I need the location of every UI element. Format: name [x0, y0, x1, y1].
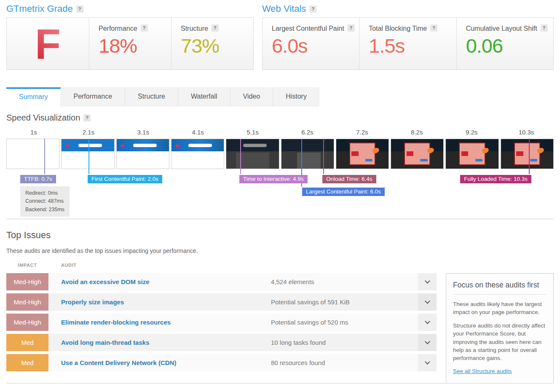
tick-label: 10.3s — [499, 129, 554, 138]
impact-badge: Med-High — [6, 273, 48, 290]
grade-card: F Performance? 18% Structure? 73% — [6, 17, 254, 70]
impact-badge: Med-High — [6, 293, 48, 311]
top-issues-subtitle: These audits are identified as the top i… — [6, 247, 554, 254]
impact-badge: Med — [6, 354, 48, 371]
speed-visualization-section: Speed Visualization? 1s 2.1s 3.1s 4.1s 5… — [6, 113, 554, 169]
focus-box-title: Focus on these audits first — [453, 281, 547, 295]
grade-section-title: GTmetrix Grade — [6, 3, 73, 14]
focus-box-paragraph: Structure audits do not directly affect … — [453, 322, 547, 362]
expand-row-button[interactable] — [418, 314, 437, 331]
lcp-marker-label: Largest Contentful Paint: 6.0s — [302, 188, 385, 196]
table-row[interactable]: Med-High Avoid an excessive DOM size 4,5… — [6, 273, 437, 290]
lcp-value: 6.0s — [272, 35, 359, 57]
section-divider — [6, 383, 554, 384]
help-icon[interactable]: ? — [309, 5, 316, 13]
audit-link[interactable]: Avoid an excessive DOM size — [61, 278, 271, 285]
tick-label: 9.2s — [444, 129, 499, 138]
tab-summary[interactable]: Summary — [6, 87, 61, 106]
expand-row-button[interactable] — [418, 293, 437, 311]
lcp-cell: Largest Contentful Paint? 6.0s — [263, 18, 359, 70]
onload-marker-label: Onload Time: 6.4s — [322, 175, 376, 183]
structure-score-cell: Structure? 73% — [171, 18, 253, 70]
onload-marker-line — [323, 139, 324, 174]
table-row[interactable]: Med Use a Content Delivery Network (CDN)… — [6, 354, 437, 371]
top-issues-table-area: IMPACT AUDIT Med-High Avoid an excessive… — [6, 263, 554, 384]
fully-loaded-marker-line — [529, 139, 530, 174]
audit-link[interactable]: Eliminate render-blocking resources — [61, 319, 271, 326]
help-icon[interactable]: ? — [212, 24, 219, 32]
ttfb-backend: Backend: 235ms — [25, 206, 64, 214]
ttfb-marker-label: TTFB: 0.7s — [20, 175, 56, 183]
table-row[interactable]: Med Avoid long main-thread tasks 10 long… — [6, 334, 437, 351]
web-vitals-card: Largest Contentful Paint? 6.0s Total Blo… — [262, 17, 554, 70]
chevron-down-icon — [425, 298, 430, 304]
impact-badge: Med — [6, 334, 48, 351]
help-icon[interactable]: ? — [430, 24, 437, 32]
tbt-label: Total Blocking Time — [369, 25, 427, 32]
report-tabs: Summary Performance Structure Waterfall … — [6, 87, 319, 106]
audit-value: 4,524 elements — [271, 278, 418, 285]
top-issues-section: Top Issues These audits are identified a… — [6, 230, 554, 384]
gtmetrix-report-page: GTmetrix Grade? F Performance? 18% Struc… — [0, 0, 560, 392]
chevron-down-icon — [425, 339, 430, 344]
web-vitals-panel: Web Vitals? Largest Contentful Paint? 6.… — [262, 3, 554, 70]
focus-box-paragraph: These audits likely have the largest imp… — [453, 300, 547, 316]
tab-video[interactable]: Video — [230, 87, 273, 106]
expand-row-button[interactable] — [418, 354, 437, 371]
see-all-structure-audits-link[interactable]: See all Structure audits — [453, 368, 512, 374]
speed-viz-title: Speed Visualization — [6, 113, 80, 122]
audit-value: Potential savings of 591 KiB — [271, 298, 418, 306]
help-icon[interactable]: ? — [541, 24, 548, 32]
timing-markers: TTFB: 0.7s First Contentful Paint: 2.0s … — [6, 139, 554, 212]
audit-link[interactable]: Avoid long main-thread tasks — [61, 339, 271, 346]
lcp-label: Largest Contentful Paint — [272, 25, 344, 32]
help-icon[interactable]: ? — [348, 24, 355, 32]
audit-link[interactable]: Properly size images — [61, 298, 271, 306]
performance-score-cell: Performance? 18% — [89, 18, 171, 70]
table-row[interactable]: Med-High Properly size images Potential … — [6, 293, 437, 311]
section-divider — [6, 218, 554, 220]
help-icon[interactable]: ? — [83, 114, 91, 121]
audit-value: Potential savings of 520 ms — [271, 319, 418, 326]
tab-structure[interactable]: Structure — [125, 87, 178, 106]
tab-waterfall[interactable]: Waterfall — [178, 87, 230, 106]
ttfb-connect: Connect: 487ms — [25, 197, 64, 205]
grade-letter: F — [35, 23, 61, 65]
top-issues-title: Top Issues — [6, 230, 554, 241]
filmstrip-ticks: 1s 2.1s 3.1s 4.1s 5.1s 6.2s 7.2s 8.2s 9.… — [6, 129, 554, 138]
table-row[interactable]: Med-High Eliminate render-blocking resou… — [6, 314, 437, 331]
impact-badge: Med-High — [6, 314, 48, 331]
tick-label: 1s — [6, 129, 61, 138]
chevron-down-icon — [425, 278, 430, 284]
tbt-value: 1.5s — [369, 35, 456, 57]
expand-row-button[interactable] — [418, 273, 437, 290]
tti-marker-line — [240, 139, 241, 174]
web-vitals-section-title: Web Vitals — [262, 3, 306, 14]
tti-marker-label: Time to Interactive: 4.9s — [239, 175, 308, 183]
cls-label: Cumulative Layout Shift — [466, 25, 537, 32]
cls-value: 0.06 — [466, 35, 553, 57]
tbt-cell: Total Blocking Time? 1.5s — [359, 18, 456, 70]
focus-audits-box: Focus on these audits first These audits… — [446, 273, 554, 384]
structure-label: Structure — [181, 25, 208, 32]
tick-label: 4.1s — [171, 129, 225, 138]
performance-value: 18% — [99, 35, 171, 57]
audit-link[interactable]: Use a Content Delivery Network (CDN) — [61, 359, 271, 366]
gtmetrix-grade-panel: GTmetrix Grade? F Performance? 18% Struc… — [6, 3, 254, 70]
help-icon[interactable]: ? — [141, 24, 148, 32]
performance-label: Performance — [99, 25, 137, 32]
top-summary-row: GTmetrix Grade? F Performance? 18% Struc… — [6, 3, 554, 70]
cls-cell: Cumulative Layout Shift? 0.06 — [456, 18, 553, 70]
filmstrip: 1s 2.1s 3.1s 4.1s 5.1s 6.2s 7.2s 8.2s 9.… — [6, 129, 554, 169]
expand-row-button[interactable] — [418, 334, 437, 351]
tick-label: 8.2s — [389, 129, 444, 138]
tab-performance[interactable]: Performance — [61, 87, 125, 106]
tab-history[interactable]: History — [273, 87, 319, 106]
help-icon[interactable]: ? — [76, 5, 83, 13]
ttfb-marker-line — [44, 139, 45, 174]
tick-label: 2.1s — [61, 129, 116, 138]
tick-label: 6.2s — [280, 129, 335, 138]
ttfb-details-tooltip: Redirect: 0ms Connect: 487ms Backend: 23… — [20, 186, 70, 217]
chevron-down-icon — [425, 359, 430, 365]
ttfb-redirect: Redirect: 0ms — [25, 189, 64, 197]
